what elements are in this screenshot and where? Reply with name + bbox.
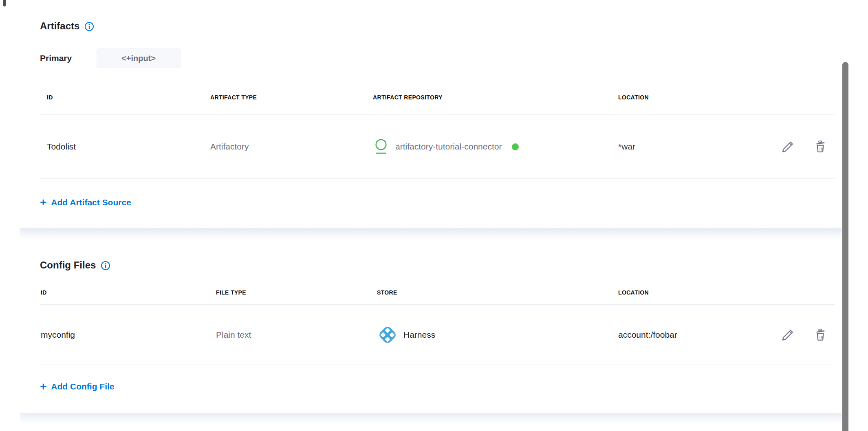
edge-scrollbar-fragment (3, 0, 6, 7)
column-header-id: ID (40, 94, 210, 101)
section-divider (20, 413, 842, 423)
artifacts-title-text: Artifacts (40, 20, 79, 32)
config-files-title-text: Config Files (40, 259, 96, 271)
add-artifact-source-label: Add Artifact Source (51, 198, 131, 207)
connector-name: artifactory-tutorial-connector (395, 142, 502, 152)
config-files-section-title: Config Files (40, 259, 842, 271)
store-cell: Harness (377, 324, 618, 345)
config-files-table: ID FILE TYPE STORE LOCATION myconfig Pla… (40, 280, 835, 365)
config-files-section: Config Files ID FILE TYPE STORE LOCATION… (20, 240, 842, 413)
section-divider (20, 228, 842, 240)
artifacts-section: Artifacts Primary <+input> ID ARTIFACT T… (20, 0, 842, 228)
column-header-artifact-type: ARTIFACT TYPE (210, 94, 373, 101)
trash-icon[interactable] (813, 327, 828, 343)
column-header-store: STORE (377, 289, 618, 296)
content-area: Artifacts Primary <+input> ID ARTIFACT T… (20, 0, 842, 423)
row-actions (766, 139, 835, 154)
artifactory-connector-icon (373, 138, 389, 156)
add-config-file-button[interactable]: + Add Config File (40, 381, 115, 392)
config-id-cell: myconfig (40, 330, 216, 340)
service-config-page: Artifacts Primary <+input> ID ARTIFACT T… (0, 0, 868, 431)
connected-status-dot (512, 143, 519, 150)
store-name: Harness (403, 330, 435, 340)
artifacts-table: ID ARTIFACT TYPE ARTIFACT REPOSITORY LOC… (40, 80, 835, 179)
harness-logo-icon (377, 324, 398, 345)
info-icon[interactable] (101, 261, 110, 270)
add-config-file-label: Add Config File (51, 382, 114, 391)
column-header-artifact-repository: ARTIFACT REPOSITORY (373, 94, 618, 101)
artifact-location-cell: *war (618, 142, 766, 152)
column-header-file-type: FILE TYPE (216, 289, 377, 296)
config-location-cell: account:/foobar (618, 330, 766, 340)
artifact-id-cell: Todolist (40, 142, 210, 152)
primary-runtime-input[interactable]: <+input> (97, 48, 181, 68)
primary-label: Primary (40, 53, 97, 63)
artifacts-table-header: ID ARTIFACT TYPE ARTIFACT REPOSITORY LOC… (40, 80, 835, 115)
artifacts-section-title: Artifacts (40, 20, 842, 32)
pencil-icon[interactable] (780, 139, 795, 154)
plus-icon: + (40, 381, 46, 392)
file-type-cell: Plain text (216, 330, 377, 340)
column-header-location: LOCATION (618, 289, 766, 296)
pencil-icon[interactable] (780, 327, 795, 343)
primary-artifact-row: Primary <+input> (40, 48, 842, 68)
table-row: myconfig Plain text (40, 305, 835, 365)
add-artifact-source-button[interactable]: + Add Artifact Source (40, 197, 131, 208)
artifact-repository-cell: artifactory-tutorial-connector (373, 138, 618, 156)
artifact-type-cell: Artifactory (210, 142, 373, 152)
plus-icon: + (40, 197, 46, 208)
row-actions (766, 327, 835, 343)
table-row: Todolist Artifactory artifactory-tutoria… (40, 115, 835, 179)
info-icon[interactable] (84, 22, 94, 31)
config-table-header: ID FILE TYPE STORE LOCATION (40, 280, 835, 305)
column-header-id: ID (40, 289, 216, 296)
trash-icon[interactable] (813, 139, 828, 154)
vertical-scrollbar[interactable] (842, 62, 848, 431)
column-header-location: LOCATION (618, 94, 766, 101)
